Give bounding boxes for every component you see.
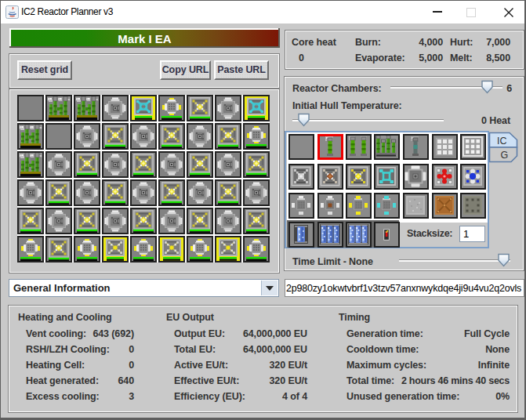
- svg-text:IC: IC: [497, 136, 507, 147]
- svg-text:G: G: [501, 150, 509, 161]
